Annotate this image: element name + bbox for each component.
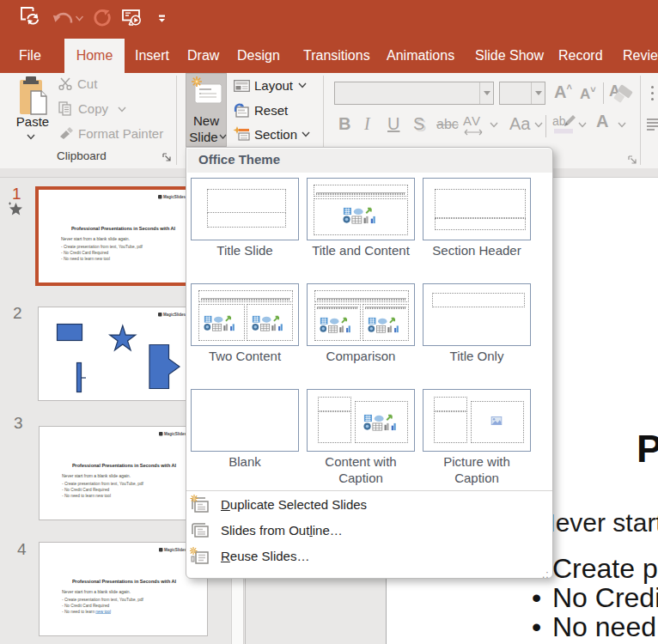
svg-text:ab: ab xyxy=(552,114,566,128)
